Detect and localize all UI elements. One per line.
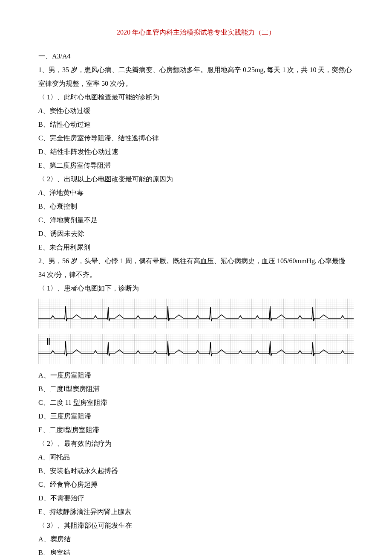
q1-sub2-option-a: A、洋地黄中毒	[38, 186, 354, 200]
option-text: 、洋地黄中毒	[43, 189, 84, 196]
page-title: 2020 年心血管内科主治模拟试卷专业实践能力（二）	[38, 26, 354, 39]
svg-rect-2	[38, 299, 354, 328]
q1-sub1-option-b: B、结性心动过速	[38, 118, 354, 131]
q1-sub2-prompt: 〈 2〉、出现以上心电图改变最可能的原因为	[38, 172, 354, 186]
option-letter-a: A	[38, 189, 43, 196]
q2-sub2-option-e: E、持续静脉滴注异丙肾上腺素	[38, 505, 354, 519]
q2-sub1-prompt: 〈 1〉、患者心电图如下，诊断为	[38, 282, 354, 295]
q2-sub2-option-c: C、经食管心房起搏	[38, 478, 354, 491]
q1-sub1-option-e: E、第二度房室传导阻滞	[38, 159, 354, 172]
q1-sub1-option-c: C、完全性房室传导阻滞、结性逸搏心律	[38, 131, 354, 145]
ecg-image: Ⅱ	[38, 298, 354, 366]
q2-sub3-option-b: B、房室结	[38, 546, 354, 555]
svg-rect-3	[38, 334, 354, 364]
q2-sub1-option-d: D、三度房室阻滞	[38, 410, 354, 423]
q2-sub1-option-a: A、一度房室阻滞	[38, 369, 354, 382]
q2-sub2-option-d: D、不需要治疗	[38, 491, 354, 505]
ecg-lead-label: Ⅱ	[46, 336, 51, 347]
q1-sub1-prompt: 〈 1〉、此时心电图检查最可能的诊断为	[38, 90, 354, 104]
q2-sub3-prompt: 〈 3〉、其阻滞部位可能发生在	[38, 519, 354, 532]
section-header: 一、A3/A4	[38, 49, 354, 63]
q2-sub2-prompt: 〈 2〉、最有效的治疗为	[38, 437, 354, 450]
option-text: 、窦性心动过缓	[43, 107, 90, 114]
q1-sub2-option-b: B、心衰控制	[38, 200, 354, 213]
option-letter-a: A	[38, 453, 43, 461]
q1-sub2-option-c: C、洋地黄剂量不足	[38, 213, 354, 227]
q2-sub3-option-a: A、窦房结	[38, 532, 354, 546]
question-2-stem: 2、男，56 岁，头晕、心悸 1 周，偶有晕厥。既往有高血压、冠心病病史，血压 …	[38, 254, 354, 282]
q2-sub1-option-c: C、二度 11 型房室阻滞	[38, 396, 354, 410]
q2-sub2-option-a: A、阿托品	[38, 450, 354, 464]
q2-sub1-option-e: E、二度Ⅰ型房室阻滞	[38, 423, 354, 437]
q1-sub2-option-d: D、诱因未去除	[38, 227, 354, 241]
q1-sub2-option-e: E、未合用利尿剂	[38, 241, 354, 254]
q2-sub2-option-b: B、安装临时或永久起搏器	[38, 464, 354, 478]
q2-sub1-option-b: B、二度Ⅰ型窦房阻滞	[38, 382, 354, 396]
option-letter-a: A	[38, 107, 43, 114]
question-1-stem: 1、男，35 岁，患风心病、二尖瓣病变、心房颤动多年。服用地高辛 0.25mg,…	[38, 63, 354, 90]
q1-sub1-option-a: A、窦性心动过缓	[38, 104, 354, 118]
option-text: 、阿托品	[43, 453, 70, 461]
q1-sub1-option-d: D、结性非阵发性心动过速	[38, 145, 354, 159]
